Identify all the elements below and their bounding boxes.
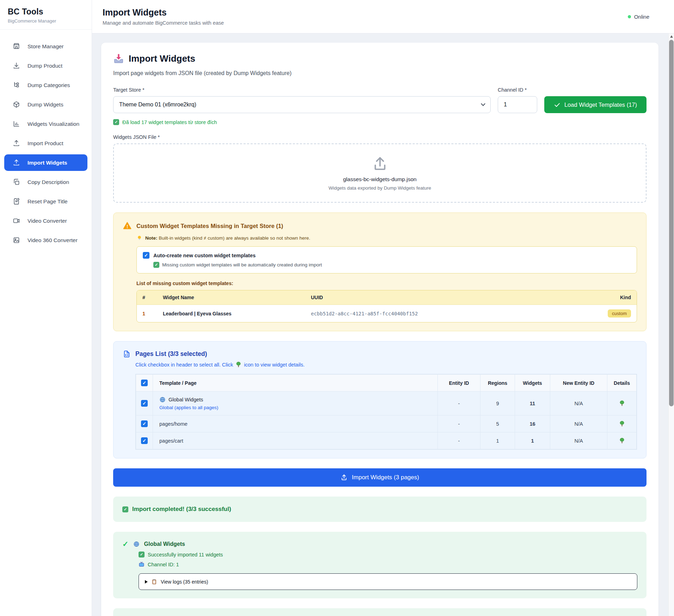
kind-badge: custom	[608, 309, 631, 318]
content-area: Import Widgets Import page widgets from …	[92, 33, 674, 616]
expand-arrow-icon	[145, 580, 148, 584]
entity-id-cell: -	[438, 432, 480, 449]
regions-cell: 5	[480, 415, 515, 432]
sidebar-item-widgets-visualization[interactable]: Widgets Visualization	[4, 116, 87, 132]
missing-list-label: List of missing custom widget templates:	[136, 281, 637, 286]
card-title-row: Import Widgets	[113, 53, 647, 64]
sidebar-item-label: Dump Product	[27, 63, 62, 69]
target-store-field: Target Store * Theme Demo 01 (x6mroe2krq…	[113, 87, 491, 113]
regions-cell: 1	[480, 432, 515, 449]
scrollbar-thumb[interactable]	[669, 40, 674, 406]
vertical-scrollbar[interactable]	[668, 33, 674, 616]
sidebar-item-label: Dump Widgets	[27, 101, 63, 108]
channel-id-label: Channel ID *	[498, 87, 537, 93]
sidebar-item-store-manager[interactable]: Store Manager	[4, 38, 87, 55]
top-header: Import Widgets Manage and automate BigCo…	[92, 0, 674, 33]
widgets-cell: 16	[515, 415, 550, 432]
load-widget-templates-button[interactable]: Load Widget Templates (17)	[544, 96, 647, 113]
tree-details-icon[interactable]	[619, 420, 625, 427]
regions-cell: 9	[480, 392, 515, 415]
upload-icon	[13, 140, 20, 147]
select-all-cell	[136, 375, 153, 392]
sidebar-item-video-360-converter[interactable]: Video 360 Converter	[4, 232, 87, 248]
widgets-json-file-label: Widgets JSON File *	[113, 134, 647, 140]
pages-header-row: Template / Page Entity ID Regions Widget…	[136, 375, 637, 392]
sidebar-header: BC Tools BigCommerce Manager	[0, 0, 92, 30]
green-check-icon	[113, 119, 119, 125]
sidebar-item-label: Reset Page Title	[27, 198, 68, 205]
upload-icon	[341, 474, 348, 481]
inbox-tray-icon	[113, 53, 124, 64]
result-channel-line: Channel ID: 1	[139, 561, 637, 567]
sidebar-item-reset-page-title[interactable]: Reset Page Title	[4, 193, 87, 210]
target-store-value: Theme Demo 01 (x6mroe2krq)	[119, 101, 196, 108]
sidebar-item-copy-description[interactable]: Copy Description	[4, 174, 87, 190]
tree-details-icon[interactable]	[619, 437, 625, 444]
pages-list-title: Pages List (3/3 selected)	[135, 350, 207, 358]
sidebar-item-label: Import Widgets	[27, 160, 67, 166]
tree-details-icon[interactable]	[619, 400, 625, 407]
page-name: Global Widgets	[168, 397, 203, 402]
main-area: Import Widgets Manage and automate BigCo…	[92, 0, 674, 616]
header-text: Import Widgets Manage and automate BigCo…	[103, 7, 224, 26]
entity-id-cell: -	[438, 415, 480, 432]
copy-icon	[13, 178, 20, 186]
col-widgets: Widgets	[515, 375, 550, 392]
sidebar-item-label: Widgets Visualization	[27, 121, 79, 127]
import-widgets-button[interactable]: Import Widgets (3 pages)	[113, 468, 647, 487]
import-completed-text: Import completed! (3/3 successful)	[132, 506, 231, 513]
col-template-page: Template / Page	[153, 375, 438, 392]
row-checkbox[interactable]	[141, 400, 148, 407]
chevron-down-icon	[481, 101, 485, 106]
sidebar-item-video-converter[interactable]: Video Converter	[4, 212, 87, 229]
col-entity-id: Entity ID	[438, 375, 480, 392]
app-title: BC Tools	[8, 7, 84, 17]
import-widgets-card: Import Widgets Import page widgets from …	[101, 43, 658, 616]
download-icon	[13, 62, 20, 69]
auto-create-checkbox[interactable]	[143, 252, 149, 259]
sidebar-item-import-product[interactable]: Import Product	[4, 135, 87, 152]
col-index: #	[137, 290, 157, 305]
page-name: pages/home	[153, 415, 438, 432]
upload-hint: Widgets data exported by Dump Widgets fe…	[329, 185, 431, 191]
pages-table: Template / Page Entity ID Regions Widget…	[136, 374, 637, 449]
sidebar-item-dump-categories[interactable]: Dump Categories	[4, 77, 87, 93]
file-code-icon	[123, 350, 131, 358]
target-store-select[interactable]: Theme Demo 01 (x6mroe2krq)	[113, 96, 491, 113]
auto-create-hint: Missing custom widget templates will be …	[153, 262, 631, 268]
pages-row-home: pages/home - 5 16 N/A	[136, 415, 637, 432]
page-title: Import Widgets	[103, 7, 224, 18]
uploaded-filename: glasses-bc-widgets-dump.json	[343, 176, 416, 183]
result-pages-home: ✓ pages/home	[113, 608, 647, 616]
target-store-label: Target Store *	[113, 87, 491, 93]
sidebar-item-label: Copy Description	[27, 179, 69, 185]
sidebar-item-label: Video Converter	[27, 218, 67, 224]
globe-icon	[159, 396, 166, 403]
auto-create-box: Auto-create new custom widget templates …	[136, 246, 637, 273]
sidebar-item-dump-widgets[interactable]: Dump Widgets	[4, 96, 87, 113]
sidebar-item-label: Video 360 Converter	[27, 237, 78, 244]
col-widget-name: Widget Name	[157, 290, 305, 305]
sidebar-item-dump-product[interactable]: Dump Product	[4, 57, 87, 74]
status-label: Online	[634, 14, 649, 20]
select-all-checkbox[interactable]	[141, 380, 148, 386]
pages-row-global: Global Widgets Global (applies to all pa…	[136, 392, 637, 415]
missing-templates-warning: Custom Widget Templates Missing in Targe…	[113, 212, 647, 331]
row-checkbox[interactable]	[141, 437, 148, 444]
app-subtitle: BigCommerce Manager	[8, 18, 84, 24]
row-checkbox[interactable]	[141, 420, 148, 427]
pages-list-box: Pages List (3/3 selected) Click checkbox…	[113, 341, 647, 458]
file-dropzone[interactable]: glasses-bc-widgets-dump.json Widgets dat…	[113, 143, 647, 203]
sidebar-item-import-widgets[interactable]: Import Widgets	[4, 154, 87, 171]
col-new-entity-id: New Entity ID	[550, 375, 607, 392]
channel-id-input[interactable]	[498, 96, 537, 113]
auto-create-row: Auto-create new custom widget templates	[143, 252, 631, 259]
status-badge: Online	[628, 14, 649, 20]
pages-row-cart: pages/cart - 1 1 N/A	[136, 432, 637, 449]
view-logs-toggle[interactable]: View logs (35 entries)	[139, 573, 637, 590]
scrollbar-up-arrow[interactable]	[669, 33, 674, 39]
global-pages-link[interactable]: Global (applies to all pages)	[159, 405, 433, 410]
package-icon	[13, 101, 20, 108]
card-description: Import page widgets from JSON file (crea…	[113, 70, 647, 76]
bulb-icon	[136, 235, 142, 241]
